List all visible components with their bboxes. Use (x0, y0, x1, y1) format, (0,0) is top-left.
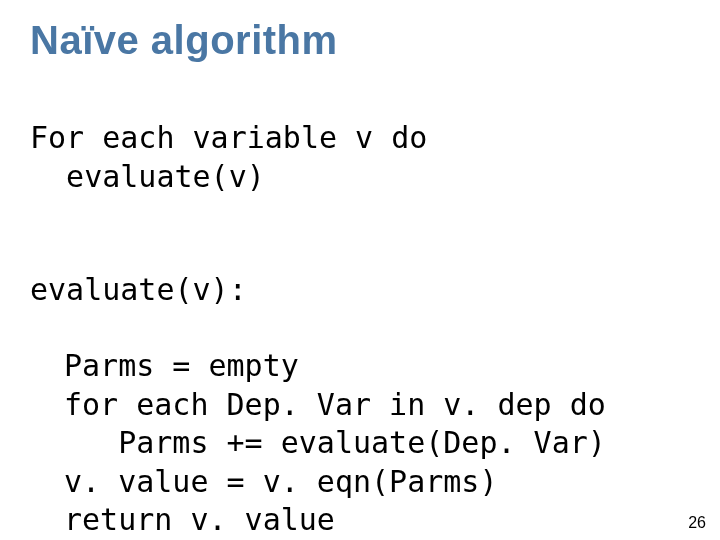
code-line: evaluate(v): (30, 272, 247, 307)
code-line: evaluate(v) (30, 159, 265, 194)
code-block-loop: For each variable v do evaluate(v) (30, 81, 690, 196)
slide-title: Naïve algorithm (30, 18, 690, 63)
code-block-func-header: evaluate(v): (30, 232, 690, 309)
slide: Naïve algorithm For each variable v do e… (0, 0, 720, 540)
code-line: for each Dep. Var in v. dep do (64, 387, 606, 422)
code-line: v. value = v. eqn(Parms) (64, 464, 497, 499)
code-line: Parms += evaluate(Dep. Var) (64, 425, 606, 460)
code-line: Parms = empty (64, 348, 299, 383)
code-line: return v. value (64, 502, 335, 537)
code-block-func-body: Parms = empty for each Dep. Var in v. de… (30, 309, 690, 539)
page-number: 26 (688, 514, 706, 532)
code-line: For each variable v do (30, 120, 427, 155)
